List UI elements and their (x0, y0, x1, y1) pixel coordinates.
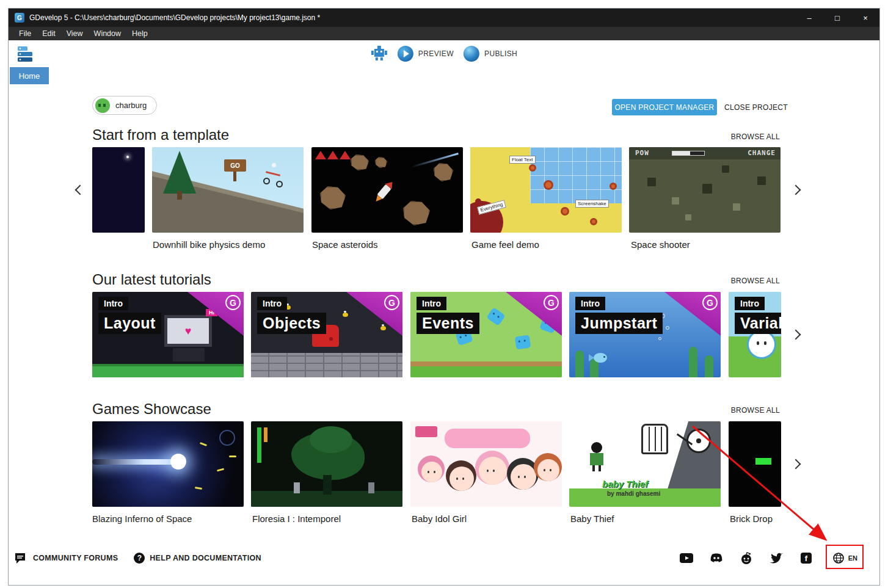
art-comet (92, 182, 94, 233)
youtube-link[interactable] (679, 551, 694, 565)
showcase-card-baby-thief[interactable]: baby Thief by mahdi ghasemi (569, 421, 721, 507)
art-grass (410, 366, 562, 377)
discord-link[interactable] (709, 551, 724, 565)
publish-button[interactable]: PUBLISH (464, 46, 517, 62)
showcase-browse-all[interactable]: BROWSE ALL (731, 406, 780, 415)
art-cat (515, 335, 531, 349)
community-forums-link[interactable]: COMMUNITY FORUMS (15, 552, 118, 564)
toolbar-center: PREVIEW PUBLISH (371, 40, 517, 67)
art-star (126, 156, 129, 158)
menu-help[interactable]: Help (126, 28, 153, 39)
window-controls: – □ × (795, 9, 879, 27)
showcase-next-arrow[interactable] (790, 459, 802, 471)
showcase-caption[interactable]: Blazing Inferno of Space (92, 514, 192, 524)
title-bar: G GDevelop 5 - C:\Users\charburg\Documen… (9, 9, 879, 27)
template-card-particles[interactable] (92, 147, 145, 233)
showcase-caption[interactable]: Floresia I : Intemporel (252, 514, 341, 524)
showcase-card-baby-idol[interactable] (410, 421, 562, 507)
showcase-card-floresia[interactable] (251, 421, 402, 507)
tab-home[interactable]: Home (10, 67, 49, 84)
art-sprite (757, 176, 766, 185)
template-card-space-asteroids[interactable] (311, 147, 463, 233)
art-brick (755, 458, 771, 465)
tutorials-browse-all[interactable]: BROWSE ALL (731, 277, 780, 285)
debugger-button[interactable] (371, 46, 388, 62)
showcase-caption[interactable]: Baby Thief (570, 514, 614, 524)
showcase-card-blazing-inferno[interactable] (92, 421, 244, 507)
tutorial-card-layout[interactable]: ♥ Hi Intro Layout G (92, 292, 244, 377)
art-badge (415, 426, 437, 437)
close-button[interactable]: × (851, 9, 879, 27)
template-card-game-feel[interactable]: Float Text Everything Screenshake (470, 147, 622, 233)
art-laser (411, 153, 459, 168)
menu-window[interactable]: Window (89, 28, 126, 39)
showcase-section-title: Games Showcase (92, 401, 211, 418)
template-caption[interactable]: Downhill bike physics demo (153, 239, 265, 250)
tutorials-next-arrow[interactable] (790, 329, 802, 341)
art-grass (92, 364, 244, 377)
reddit-icon (740, 551, 753, 565)
art-bubble (658, 337, 661, 340)
footer: COMMUNITY FORUMS ? HELP AND DOCUMENTATIO… (9, 547, 879, 569)
tab-bar: Home (9, 67, 879, 84)
gdevelop-logo-icon: G (225, 295, 241, 310)
gdevelop-logo-icon: G (544, 295, 559, 310)
project-manager-button[interactable] (15, 44, 35, 64)
tutorial-card-objects[interactable]: Intro Objects G (251, 292, 402, 377)
art-flag (340, 151, 351, 159)
art-rocket (373, 179, 396, 204)
showcase-caption[interactable]: Baby Idol Girl (412, 514, 467, 524)
art-game-title: baby Thief (602, 479, 648, 489)
art-glow-core (170, 454, 186, 470)
menu-view[interactable]: View (61, 28, 89, 39)
thumbnail-art: Intro Objects G (251, 292, 402, 377)
art-health-bar (672, 151, 705, 156)
globe-icon (832, 552, 845, 564)
template-caption[interactable]: Space shooter (631, 239, 690, 250)
user-chip[interactable]: charburg (92, 96, 157, 115)
art-flag (315, 151, 326, 159)
art-dash (217, 468, 224, 471)
art-bricks (251, 353, 402, 377)
art-sign: GO (224, 159, 246, 172)
facebook-link[interactable]: f (799, 551, 813, 565)
tutorial-card-events[interactable]: Intro Events G (410, 292, 562, 377)
open-project-manager-button[interactable]: OPEN PROJECT MANAGER (612, 99, 717, 115)
thumbnail-art (729, 421, 781, 507)
minimize-button[interactable]: – (795, 9, 823, 27)
thumbnail-art: Intro Events G (410, 292, 562, 377)
templates-next-arrow[interactable] (790, 184, 802, 197)
tutorial-card-jumpstart[interactable]: Intro Jumpstart G (569, 292, 721, 377)
language-button[interactable]: EN (829, 550, 861, 567)
template-caption[interactable]: Space asteroids (312, 239, 378, 250)
tutorial-card-variables[interactable]: +1 Intro Variables (729, 292, 781, 377)
art-sprite (647, 178, 656, 186)
menu-edit[interactable]: Edit (37, 28, 61, 39)
twitter-link[interactable] (769, 551, 784, 565)
community-forums-label: COMMUNITY FORUMS (33, 554, 118, 562)
art-dot (590, 218, 597, 225)
close-project-button[interactable]: CLOSE PROJECT (724, 99, 788, 115)
showcase-card-brick-drop[interactable] (729, 421, 781, 507)
art-tree-trunk (323, 475, 332, 495)
template-caption[interactable]: Game feel demo (471, 239, 539, 250)
template-card-downhill-bike[interactable]: GO (152, 147, 304, 233)
tutorial-title: Events (417, 313, 479, 334)
avatar (95, 98, 110, 113)
menu-file[interactable]: File (13, 28, 37, 39)
publish-label: PUBLISH (484, 49, 517, 58)
preview-button[interactable]: PREVIEW (398, 46, 454, 62)
reddit-link[interactable] (739, 551, 754, 565)
template-card-space-shooter[interactable]: POW CHANGE (629, 147, 781, 233)
maximize-button[interactable]: □ (823, 9, 851, 27)
avatar-face (98, 104, 106, 107)
templates-browse-all[interactable]: BROWSE ALL (731, 132, 780, 141)
art-sign-post (233, 172, 236, 181)
gdevelop-window: G GDevelop 5 - C:\Users\charburg\Documen… (8, 8, 880, 586)
art-bee (380, 326, 386, 330)
art-sprite (672, 197, 679, 205)
footer-right: f EN (679, 550, 861, 567)
showcase-caption[interactable]: Brick Drop (730, 514, 773, 524)
help-documentation-link[interactable]: ? HELP AND DOCUMENTATION (134, 553, 261, 564)
tutorial-title: Jumpstart (575, 313, 663, 334)
